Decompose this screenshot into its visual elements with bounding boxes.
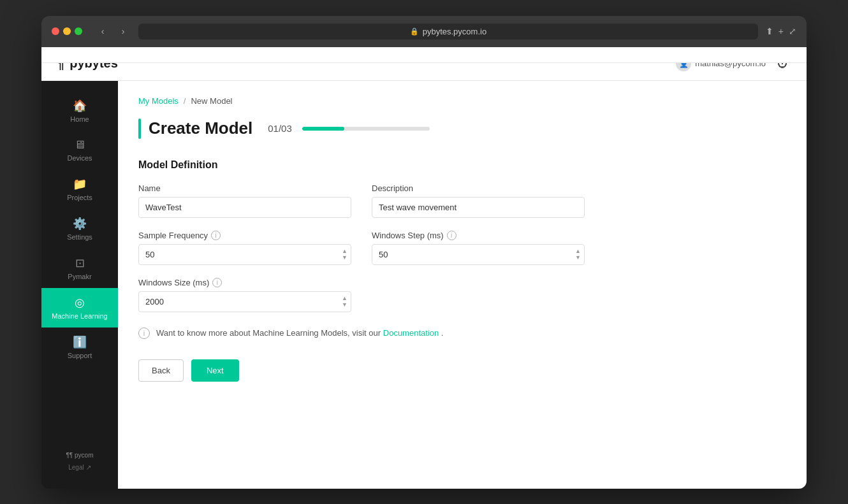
external-link-icon: ↗ (86, 464, 91, 471)
back-button[interactable]: Back (138, 359, 184, 382)
home-icon: 🏠 (73, 99, 87, 113)
lock-icon: 🔒 (410, 27, 419, 36)
maximize-button[interactable] (75, 27, 82, 35)
section-title: Model Definition (138, 159, 786, 171)
browser-titlebar: ‹ › 🔒 pybytes.pycom.io ⬆ + ⤢ (41, 16, 807, 47)
ml-icon: ◎ (75, 296, 85, 310)
info-banner: i Want to know more about Machine Learni… (138, 328, 585, 339)
pycom-logo: ¶¶ pycom (66, 452, 94, 459)
sidebar-item-devices[interactable]: 🖥 Devices (41, 131, 118, 169)
address-bar[interactable]: 🔒 pybytes.pycom.io (138, 24, 758, 40)
page-header: Create Model 01/03 (138, 119, 786, 139)
windows-size-label: Windows Size (ms) i (138, 278, 351, 287)
windows-size-info-icon[interactable]: i (212, 278, 222, 287)
traffic-lights (52, 27, 82, 35)
step-indicator: 01/03 (268, 123, 430, 134)
name-label: Name (138, 184, 351, 193)
page-title: Create Model (149, 119, 252, 138)
sidebar-footer: ¶¶ pycom Legal ↗ (66, 444, 94, 479)
sidebar-item-home[interactable]: 🏠 Home (41, 91, 118, 131)
support-icon: ℹ️ (73, 335, 87, 349)
sidebar-item-machine-learning[interactable]: ◎ Machine Learning (41, 288, 118, 328)
settings-icon: ⚙️ (73, 217, 87, 231)
documentation-link[interactable]: Documentation (383, 328, 439, 338)
breadcrumb-separator: / (184, 96, 186, 106)
add-tab-icon[interactable]: + (779, 26, 784, 36)
sidebar: 🏠 Home 🖥 Devices 📁 Projects ⚙️ Settings (41, 81, 118, 489)
windows-step-info-icon[interactable]: i (447, 231, 457, 240)
browser-actions: ⬆ + ⤢ (766, 26, 796, 36)
pymakr-icon: ⊡ (75, 256, 85, 270)
windows-step-input[interactable] (372, 244, 585, 265)
progress-bar-container (302, 127, 430, 131)
sample-freq-down[interactable]: ▼ (342, 255, 347, 261)
forward-nav-button[interactable]: › (115, 24, 131, 39)
form-group-description: Description (372, 184, 585, 218)
step-text: 01/03 (268, 123, 292, 134)
title-accent (138, 119, 141, 139)
info-banner-icon: i (138, 328, 150, 339)
windows-step-down[interactable]: ▼ (575, 255, 581, 261)
form-grid: Name Description Sample Frequency (138, 184, 585, 312)
minimize-button[interactable] (63, 27, 71, 35)
windows-size-down[interactable]: ▼ (342, 302, 347, 308)
breadcrumb: My Models / New Model (138, 96, 786, 106)
sample-freq-up[interactable]: ▲ (342, 248, 347, 254)
sample-freq-spinner-wrapper: ▲ ▼ (138, 244, 351, 265)
form-group-name: Name (138, 184, 351, 218)
info-banner-text: Want to know more about Machine Learning… (156, 328, 443, 338)
sidebar-item-settings[interactable]: ⚙️ Settings (41, 209, 118, 248)
windows-step-up[interactable]: ▲ (575, 248, 581, 254)
legal-link[interactable]: Legal ↗ (68, 464, 91, 471)
expand-icon[interactable]: ⤢ (789, 26, 796, 36)
browser-controls: ‹ › (95, 24, 131, 39)
sidebar-label-pymakr: Pymakr (68, 273, 91, 280)
sample-freq-arrows: ▲ ▼ (342, 248, 347, 261)
projects-icon: 📁 (73, 177, 87, 191)
breadcrumb-current: New Model (191, 96, 232, 106)
windows-step-label: Windows Step (ms) i (372, 231, 585, 240)
windows-size-input[interactable] (138, 291, 351, 312)
back-nav-button[interactable]: ‹ (95, 24, 110, 39)
sample-freq-label: Sample Frequency i (138, 231, 351, 240)
sidebar-label-projects: Projects (67, 194, 92, 201)
app-body: ¶ pybytes 👤 mathias@pycom.io ⏻ 🏠 (41, 47, 807, 489)
breadcrumb-parent[interactable]: My Models (138, 96, 179, 106)
description-input[interactable] (372, 197, 585, 218)
browser-window: ‹ › 🔒 pybytes.pycom.io ⬆ + ⤢ ¶ pybytes (41, 16, 807, 489)
windows-step-spinner-wrapper: ▲ ▼ (372, 244, 585, 265)
form-group-sample-freq: Sample Frequency i ▲ ▼ (138, 231, 351, 265)
windows-size-up[interactable]: ▲ (342, 296, 347, 301)
sidebar-label-settings: Settings (67, 233, 92, 241)
body-row: 🏠 Home 🖥 Devices 📁 Projects ⚙️ Settings (41, 81, 807, 489)
sidebar-item-support[interactable]: ℹ️ Support (41, 328, 118, 367)
sidebar-item-projects[interactable]: 📁 Projects (41, 169, 118, 209)
windows-size-spinner-wrapper: ▲ ▼ (138, 291, 351, 312)
devices-icon: 🖥 (74, 138, 85, 152)
url-text: pybytes.pycom.io (423, 27, 486, 36)
share-icon[interactable]: ⬆ (766, 26, 773, 36)
main-content: My Models / New Model Create Model 01/03 (118, 81, 807, 489)
sidebar-label-home: Home (70, 115, 89, 123)
form-group-windows-size: Windows Size (ms) i ▲ ▼ (138, 278, 351, 312)
close-button[interactable] (52, 27, 59, 35)
legal-label: Legal (68, 464, 84, 471)
sidebar-label-support: Support (68, 352, 92, 359)
sidebar-label-devices: Devices (67, 154, 92, 162)
sidebar-item-pymakr[interactable]: ⊡ Pymakr (41, 248, 118, 288)
page-title-wrapper: Create Model (138, 119, 252, 139)
windows-step-arrows: ▲ ▼ (575, 248, 581, 261)
progress-bar-fill (302, 127, 344, 131)
windows-size-arrows: ▲ ▼ (342, 296, 347, 308)
next-button[interactable]: Next (191, 359, 239, 382)
form-group-windows-step: Windows Step (ms) i ▲ ▼ (372, 231, 585, 265)
sample-freq-info-icon[interactable]: i (211, 231, 221, 240)
sample-freq-input[interactable] (138, 244, 351, 265)
form-actions: Back Next (138, 359, 786, 382)
sidebar-label-ml: Machine Learning (52, 312, 107, 320)
description-label: Description (372, 184, 585, 193)
name-input[interactable] (138, 197, 351, 218)
